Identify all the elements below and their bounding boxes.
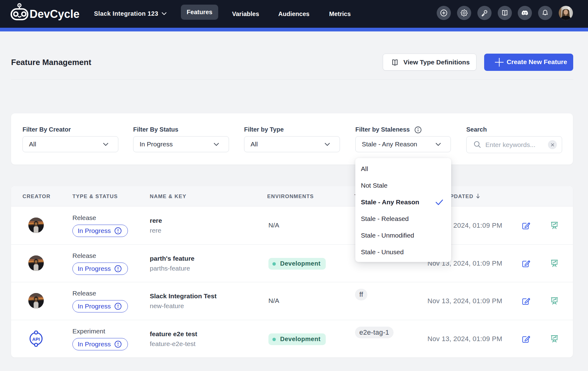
svg-text:API: API (32, 336, 40, 342)
